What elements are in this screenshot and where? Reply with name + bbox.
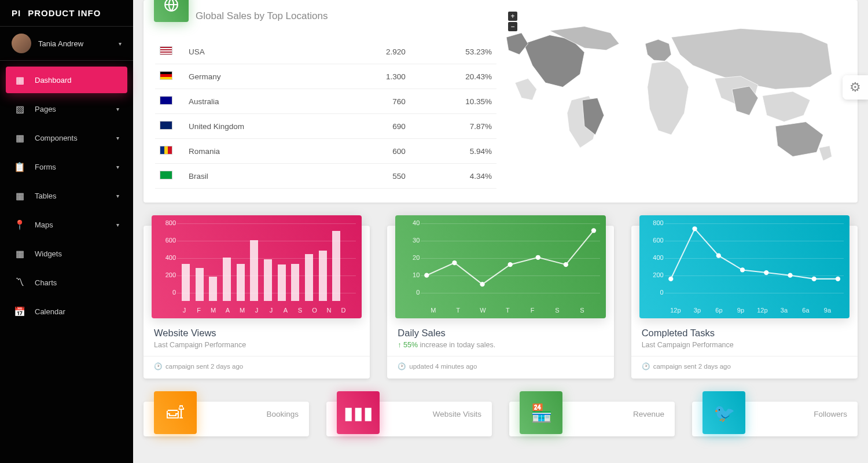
x-tick: W [477, 307, 488, 314]
stat-card-bookings: 🛋 Bookings [144, 402, 309, 436]
chart-subtitle: Last Campaign Performance [154, 341, 359, 349]
x-tick: 3a [778, 307, 790, 314]
svg-point-15 [836, 277, 840, 281]
svg-point-8 [668, 277, 673, 281]
nav-item-maps[interactable]: 📍 Maps ▾ [6, 211, 127, 238]
bar [291, 264, 299, 302]
chart-subtitle: ↑ 55% increase in today sales. [398, 341, 603, 349]
svg-point-0 [165, 0, 178, 11]
stat-icon: 🏪 [520, 391, 562, 434]
zoom-in-button[interactable]: + [508, 12, 517, 21]
pct-cell: 7.87% [410, 114, 496, 139]
nav-label: Calendar [35, 307, 119, 316]
bar [332, 231, 340, 302]
world-map[interactable]: + − [496, 12, 846, 189]
chart-title: Daily Sales [398, 328, 603, 339]
chart-footer: 🕑 campaign sent 2 days ago [631, 356, 858, 379]
x-tick: N [323, 307, 335, 314]
bar [182, 264, 190, 302]
y-tick: 400 [165, 254, 176, 261]
x-tick: O [309, 307, 321, 314]
y-tick: 10 [413, 271, 420, 278]
stat-card-website-visits: ▮▮▮ Website Visits [326, 402, 492, 436]
brand[interactable]: PI PRODUCT INFO [0, 0, 133, 27]
brand-mini: PI [12, 8, 21, 18]
x-tick: A [280, 307, 292, 314]
nav-list: ▦ Dashboard ▨ Pages ▾▦ Components ▾📋 For… [0, 61, 133, 333]
bar [264, 259, 272, 301]
chevron-down-icon: ▾ [119, 41, 122, 47]
country-cell: Germany [184, 64, 341, 89]
main-content: Global Sales by Top Locations USA 2.920 … [133, 0, 868, 448]
x-tick: 9p [735, 307, 746, 314]
nav-item-pages[interactable]: ▨ Pages ▾ [6, 95, 127, 122]
x-tick: J [266, 307, 277, 314]
chart-title: Completed Tasks [642, 328, 847, 339]
value-cell: 760 [341, 89, 410, 114]
chart-canvas: 8006004002000JFMAMJJASOND [152, 215, 362, 318]
y-tick: 0 [416, 289, 420, 296]
x-tick: 12p [756, 307, 768, 314]
pct-cell: 10.35% [410, 89, 496, 114]
country-cell: Brasil [184, 164, 341, 189]
x-tick: A [222, 307, 234, 314]
bar [237, 264, 245, 302]
nav-label: Maps [35, 221, 116, 229]
y-tick: 30 [413, 237, 420, 244]
nav-item-charts[interactable]: 〽 Charts [6, 269, 127, 296]
chart-card-daily-sales: 403020100 MTWTFSS Daily Sales ↑ 55% incr… [387, 226, 613, 379]
svg-point-11 [740, 267, 745, 272]
bar [305, 254, 313, 301]
y-tick: 200 [653, 271, 663, 278]
flag-icon [160, 71, 172, 80]
stat-card-followers: 🐦 Followers [692, 402, 858, 436]
settings-fab[interactable]: ⚙ [843, 75, 868, 100]
flag-icon [160, 96, 172, 105]
country-cell: Australia [184, 89, 341, 114]
chart-subtitle: Last Campaign Performance [642, 341, 847, 349]
x-tick: 6a [800, 307, 811, 314]
y-tick: 0 [660, 289, 664, 296]
y-tick: 400 [653, 254, 663, 261]
nav-label: Components [35, 134, 116, 142]
user-menu[interactable]: Tania Andrew ▾ [0, 27, 133, 61]
nav-item-dashboard[interactable]: ▦ Dashboard [6, 67, 127, 93]
y-tick: 800 [165, 219, 176, 226]
table-row: USA 2.920 53.23% [155, 39, 496, 64]
pct-cell: 5.94% [410, 139, 496, 164]
x-tick: M [208, 307, 219, 314]
svg-point-7 [591, 228, 596, 233]
nav-label: Dashboard [35, 76, 119, 84]
country-cell: Romania [184, 139, 341, 164]
nav-item-calendar[interactable]: 📅 Calendar [6, 298, 127, 325]
chart-card-completed-tasks: 8006004002000 12p3p6p9p12p3a6a9a Complet… [631, 226, 858, 379]
stat-card-revenue: 🏪 Revenue [509, 402, 675, 436]
svg-point-3 [480, 282, 485, 286]
flag-icon [160, 46, 172, 55]
bar [209, 277, 217, 301]
zoom-out-button[interactable]: − [508, 22, 517, 31]
nav-item-tables[interactable]: ▦ Tables ▾ [6, 182, 127, 209]
svg-point-12 [764, 270, 768, 275]
gear-icon: ⚙ [849, 80, 861, 95]
nav-item-components[interactable]: ▦ Components ▾ [6, 124, 127, 151]
nav-label: Tables [35, 192, 116, 200]
clock-icon: 🕑 [398, 362, 406, 370]
table-row: Germany 1.300 20.43% [155, 64, 496, 89]
world-map-svg [496, 13, 846, 187]
stat-icon: 🛋 [154, 391, 197, 434]
x-tick: S [551, 307, 563, 314]
nav-item-widgets[interactable]: ▦ Widgets [6, 240, 127, 267]
nav-icon: 📍 [14, 219, 25, 230]
nav-label: Pages [35, 105, 116, 113]
bar [223, 258, 231, 301]
chart-title: Website Views [154, 328, 359, 339]
y-tick: 20 [413, 254, 420, 261]
nav-item-forms[interactable]: 📋 Forms ▾ [6, 153, 127, 180]
chart-foot-text: updated 4 minutes ago [409, 363, 477, 370]
x-tick: M [428, 307, 439, 314]
x-tick: 3p [692, 307, 703, 314]
value-cell: 550 [341, 164, 410, 189]
y-tick: 800 [653, 219, 663, 226]
nav-icon: 〽 [14, 277, 25, 288]
